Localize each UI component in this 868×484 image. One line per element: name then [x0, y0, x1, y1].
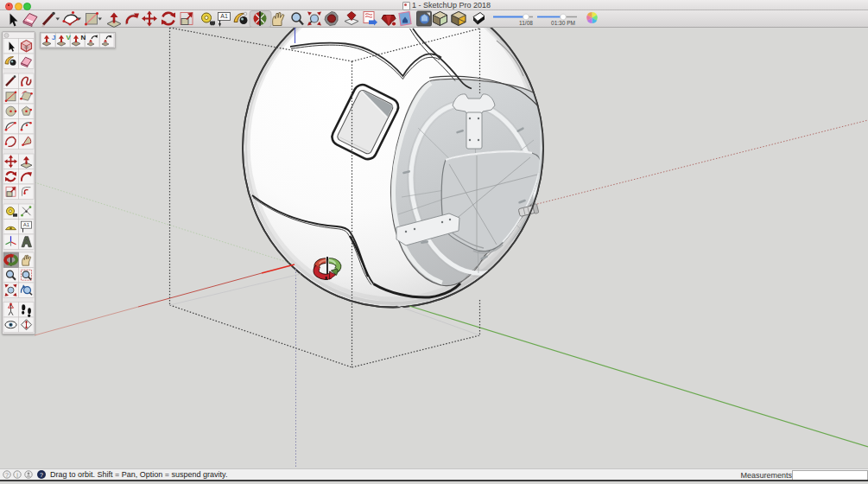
- svg-text:V: V: [67, 34, 72, 41]
- svg-text:J: J: [52, 34, 55, 41]
- svg-text:N: N: [81, 34, 86, 41]
- svg-text:?: ?: [5, 472, 9, 478]
- svg-text:A1: A1: [23, 222, 30, 227]
- svg-text:11/08: 11/08: [519, 20, 533, 26]
- svg-text:i: i: [16, 472, 18, 478]
- svg-text:?: ?: [40, 472, 43, 478]
- svg-text:01:30 PM: 01:30 PM: [551, 20, 575, 26]
- svg-text:A1: A1: [220, 13, 228, 19]
